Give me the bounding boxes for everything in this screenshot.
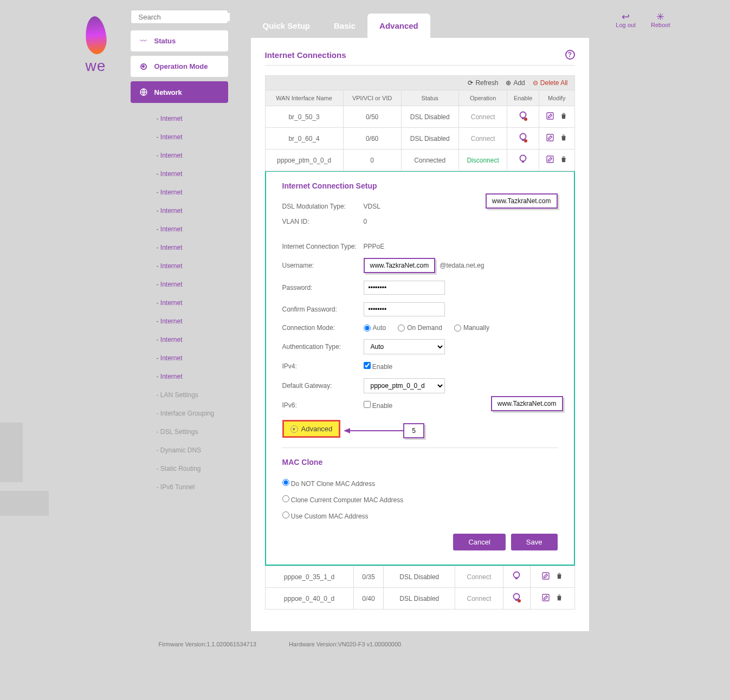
sub-internet[interactable]: - Internet: [131, 146, 228, 165]
help-icon[interactable]: ?: [565, 50, 575, 60]
plus-icon: ⊕: [506, 79, 511, 87]
cancel-button[interactable]: Cancel: [453, 534, 505, 550]
sidebar-item-network[interactable]: Network: [131, 81, 228, 103]
th-status: Status: [401, 90, 458, 106]
cell-vpi: 0: [343, 150, 401, 171]
search-box[interactable]: [131, 10, 228, 24]
th-vpi: VPI/VCI or VID: [343, 90, 401, 106]
confirm-password-input[interactable]: [364, 302, 445, 316]
operation-link[interactable]: Connect: [471, 113, 495, 121]
trash-icon: [555, 572, 563, 580]
operation-link[interactable]: Connect: [471, 135, 495, 142]
tab-quick-setup[interactable]: Quick Setup: [251, 14, 322, 38]
username-input[interactable]: www.TazkraNet.com: [364, 258, 436, 273]
operation-link[interactable]: Disconnect: [467, 157, 499, 164]
modify-cell[interactable]: [539, 128, 574, 150]
enable-toggle[interactable]: [507, 128, 539, 150]
cell-vpi: 0/40: [353, 588, 384, 610]
th-enable: Enable: [507, 90, 539, 106]
enable-toggle[interactable]: [507, 106, 539, 128]
mac-opt1-radio[interactable]: Do NOT Clone MAC Address: [282, 479, 376, 488]
sub-internet[interactable]: - Internet: [131, 128, 228, 146]
sub-internet[interactable]: - Internet: [131, 275, 228, 294]
add-button[interactable]: ⊕Add: [506, 79, 525, 87]
sub-internet[interactable]: - Internet: [131, 109, 228, 128]
sub-internet[interactable]: - Internet: [131, 312, 228, 330]
vlan-label: VLAN ID:: [282, 218, 364, 225]
sidebar: 〰 Status Operation Mode Network - Intern…: [131, 10, 228, 498]
mode-demand-radio[interactable]: On Demand: [398, 324, 442, 332]
sidebar-item-operation-mode[interactable]: Operation Mode: [131, 56, 228, 77]
svg-point-9: [524, 139, 527, 142]
operation-link[interactable]: Connect: [467, 595, 492, 602]
auth-type-select[interactable]: Auto: [364, 339, 445, 354]
username-label: Username:: [282, 262, 364, 269]
ipv4-enable-checkbox[interactable]: Enable: [364, 362, 393, 371]
modify-cell[interactable]: [531, 588, 574, 610]
svg-point-16: [514, 572, 520, 578]
modify-cell[interactable]: [539, 106, 574, 128]
sub-static-routing[interactable]: - Static Routing: [131, 459, 228, 478]
mode-manual-radio[interactable]: Manually: [454, 324, 489, 332]
ipv4-label: IPv4:: [282, 362, 364, 370]
mac-opt2-radio[interactable]: Clone Current Computer MAC Address: [282, 495, 404, 504]
enable-toggle[interactable]: [503, 566, 531, 588]
svg-rect-22: [542, 594, 549, 601]
svg-rect-12: [522, 161, 524, 163]
firmware-version: Firmware Version:1.1.020061534713: [159, 641, 256, 647]
sub-dynamic-dns[interactable]: - Dynamic DNS: [131, 441, 228, 459]
sub-internet[interactable]: - Internet: [131, 330, 228, 349]
svg-rect-4: [522, 118, 524, 119]
sub-ipv6-tunnel[interactable]: - IPv6 Tunnel: [131, 478, 228, 496]
svg-point-21: [518, 599, 521, 602]
tab-advanced[interactable]: Advanced: [367, 14, 430, 38]
sub-internet[interactable]: - Internet: [131, 367, 228, 386]
logout-button[interactable]: ↩ Log out: [616, 12, 636, 28]
table-row: br_0_50_30/50DSL DisabledConnect: [265, 106, 574, 128]
ipv6-enable-checkbox[interactable]: Enable: [364, 401, 393, 410]
sidebar-item-status[interactable]: 〰 Status: [131, 30, 228, 51]
cell-name: pppoe_0_35_1_d: [265, 566, 353, 588]
th-modify: Modify: [539, 90, 574, 106]
trash-icon: [560, 155, 567, 164]
operation-link[interactable]: Connect: [467, 573, 492, 581]
modify-cell[interactable]: [531, 566, 574, 588]
sub-internet[interactable]: - Internet: [131, 349, 228, 367]
mac-opt3-radio[interactable]: Use Custom MAC Address: [282, 511, 369, 520]
dsl-mod-label: DSL Modulation Type:: [282, 203, 364, 210]
search-input[interactable]: [139, 13, 230, 21]
enable-toggle[interactable]: [503, 588, 531, 610]
sub-lan[interactable]: - LAN Settings: [131, 386, 228, 404]
refresh-button[interactable]: ⟳Refresh: [468, 79, 498, 87]
tab-basic[interactable]: Basic: [322, 14, 367, 38]
sub-internet[interactable]: - Internet: [131, 202, 228, 220]
pulse-icon: 〰: [138, 37, 149, 45]
sub-internet[interactable]: - Internet: [131, 257, 228, 275]
reboot-button[interactable]: ✳ Reboot: [651, 12, 670, 28]
auth-type-label: Authentication Type:: [282, 343, 364, 351]
gateway-select[interactable]: pppoe_ptm_0_0_d: [364, 378, 445, 393]
sub-internet[interactable]: - Internet: [131, 165, 228, 183]
sub-interface-grouping[interactable]: - Interface Grouping: [131, 404, 228, 423]
advanced-toggle[interactable]: ▾ Advanced: [282, 420, 341, 438]
watermark: www.TazkraNet.com: [486, 193, 558, 209]
sub-internet[interactable]: - Internet: [131, 238, 228, 257]
delete-all-button[interactable]: ⊖Delete All: [533, 79, 568, 87]
confirm-password-label: Confirm Password:: [282, 306, 364, 313]
edit-icon: [541, 593, 550, 602]
password-input[interactable]: [364, 281, 445, 295]
sub-dsl-settings[interactable]: - DSL Settings: [131, 423, 228, 441]
sub-internet[interactable]: - Internet: [131, 183, 228, 202]
save-button[interactable]: Save: [511, 534, 558, 550]
sub-internet[interactable]: - Internet: [131, 294, 228, 312]
footer: Firmware Version:1.1.020061534713 Hardwa…: [61, 631, 669, 653]
refresh-icon: ⟳: [468, 79, 473, 87]
mode-auto-radio[interactable]: Auto: [364, 324, 386, 332]
username-suffix: @tedata.net.eg: [440, 262, 484, 269]
modify-cell[interactable]: [539, 150, 574, 171]
svg-point-19: [514, 594, 520, 600]
enable-toggle[interactable]: [507, 150, 539, 171]
table-row: pppoe_ptm_0_0_d0ConnectedDisconnect: [265, 150, 574, 171]
sub-internet[interactable]: - Internet: [131, 220, 228, 238]
globe-icon: [138, 88, 149, 96]
